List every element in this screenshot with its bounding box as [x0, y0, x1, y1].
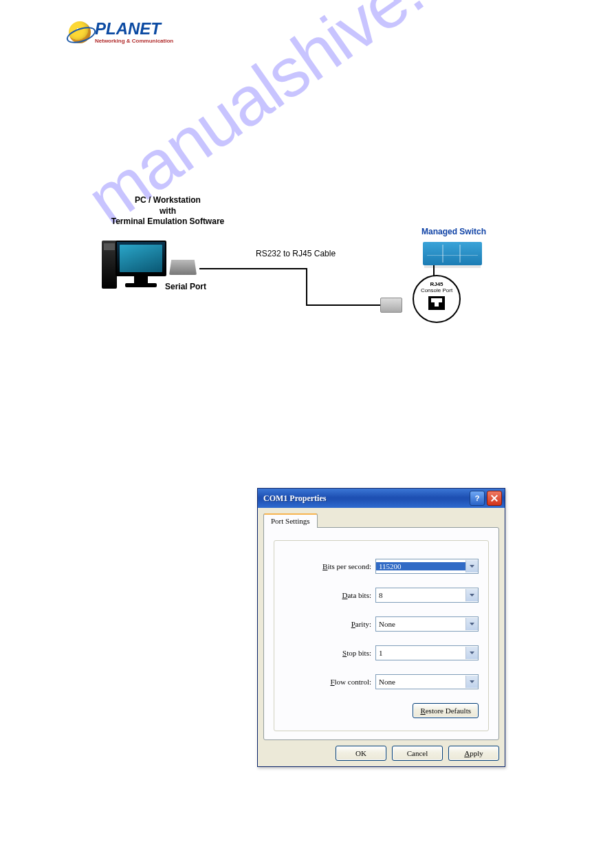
select-parity[interactable]: None: [375, 616, 479, 632]
select-stop-bits[interactable]: 1: [375, 645, 479, 660]
tab-label: Port Settings: [271, 517, 310, 525]
select-flow-control[interactable]: None: [375, 674, 479, 689]
cable-segment: [306, 268, 307, 306]
row-data-bits: Data bits: 8: [284, 588, 479, 603]
value-parity: None: [376, 620, 465, 628]
cable-segment: [199, 268, 306, 269]
select-bits-per-second[interactable]: 115200: [375, 559, 479, 574]
com1-properties-dialog: COM1 Properties ? Port Settings Bits per…: [257, 488, 505, 767]
pc-label-l2: with: [160, 206, 176, 216]
chevron-down-icon: [465, 676, 478, 688]
label-parity: Parity:: [351, 620, 371, 628]
label-data-bits: Data bits:: [342, 591, 371, 599]
settings-group: Bits per second: 115200 Data bits: 8 Par…: [274, 540, 489, 731]
rj45-plug-icon: [380, 298, 402, 313]
brand-logo: PLANET Networking & Communication: [69, 21, 173, 44]
tab-panel: Bits per second: 115200 Data bits: 8 Par…: [263, 527, 499, 740]
select-data-bits[interactable]: 8: [375, 588, 479, 603]
row-flow-control: Flow control: None: [284, 674, 479, 689]
serial-port-label: Serial Port: [158, 282, 213, 293]
pc-label: PC / Workstation with Terminal Emulation…: [92, 195, 243, 227]
chevron-down-icon: [465, 589, 478, 601]
close-button[interactable]: [487, 491, 502, 506]
chevron-down-icon: [465, 618, 478, 630]
switch-label: Managed Switch: [406, 227, 502, 238]
pc-monitor-icon: [116, 241, 166, 287]
label-flow-control: Flow control:: [330, 678, 371, 686]
help-icon: ?: [475, 494, 480, 502]
pc-tower-icon: [102, 241, 117, 289]
cable-segment: [306, 304, 380, 306]
apply-button[interactable]: Apply: [448, 746, 499, 761]
pc-label-l1: PC / Workstation: [135, 195, 201, 205]
callout-line2: Console Port: [414, 288, 459, 293]
serial-connector-icon: [169, 260, 197, 278]
cancel-button[interactable]: Cancel: [392, 746, 443, 761]
help-button[interactable]: ?: [470, 491, 485, 506]
dialog-title: COM1 Properties: [263, 493, 326, 504]
value-flow-control: None: [376, 678, 465, 686]
label-bits-per-second: Bits per second:: [322, 562, 371, 570]
managed-switch-icon: [423, 242, 482, 265]
restore-defaults-button[interactable]: Restore Defaults: [413, 703, 479, 718]
dialog-buttons: OK Cancel Apply: [258, 740, 505, 766]
row-bits-per-second: Bits per second: 115200: [284, 559, 479, 574]
ok-button[interactable]: OK: [336, 746, 386, 761]
value-bits-per-second: 115200: [376, 562, 465, 570]
tab-port-settings[interactable]: Port Settings: [263, 513, 318, 528]
pc-label-l3: Terminal Emulation Software: [111, 216, 224, 226]
callout-line1: RJ45: [414, 282, 459, 287]
label-stop-bits: Stop bits:: [342, 649, 371, 657]
row-parity: Parity: None: [284, 616, 479, 632]
globe-icon: [69, 21, 91, 43]
row-stop-bits: Stop bits: 1: [284, 645, 479, 660]
titlebar[interactable]: COM1 Properties ?: [258, 489, 505, 508]
console-port-callout: RJ45 Console Port: [413, 275, 461, 323]
cable-label: RS232 to RJ45 Cable: [256, 249, 336, 258]
tab-strip: Port Settings: [258, 508, 505, 528]
connection-diagram: PC / Workstation with Terminal Emulation…: [96, 199, 523, 330]
chevron-down-icon: [465, 560, 478, 572]
brand-tagline: Networking & Communication: [95, 38, 173, 44]
rj45-port-icon: [428, 296, 445, 310]
brand-name: PLANET: [95, 21, 173, 37]
value-data-bits: 8: [376, 591, 465, 599]
page: PLANET Networking & Communication manual…: [0, 0, 614, 868]
value-stop-bits: 1: [376, 649, 465, 657]
chevron-down-icon: [465, 647, 478, 659]
